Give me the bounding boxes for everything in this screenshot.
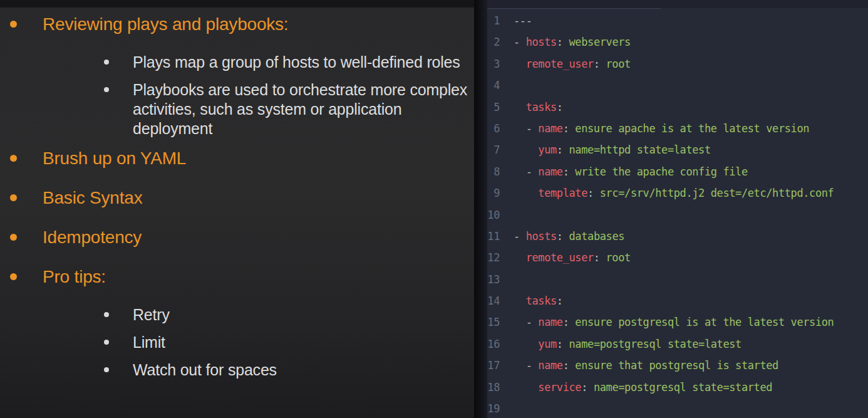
code-line: 10 xyxy=(487,204,868,226)
code-token-value: name=postgresql state=latest xyxy=(563,338,741,350)
code-line: 16 yum: name=postgresql state=latest xyxy=(487,333,868,355)
code-token-value: name=httpd state=latest xyxy=(563,144,711,156)
line-number: 15 xyxy=(487,311,500,333)
code-line: 4 xyxy=(487,75,868,96)
line-number: 4 xyxy=(487,75,500,96)
code-token-value: ensure that postgresql is started xyxy=(569,359,778,372)
code-token-punct: - xyxy=(514,122,538,135)
bullet-text: Limit xyxy=(133,333,471,352)
sub-bullet-item: Playbooks are used to orchestrate more c… xyxy=(0,80,474,138)
bullet-dot xyxy=(10,234,17,241)
code-text: - name: ensure apache is at the latest v… xyxy=(514,122,809,135)
code-line: 19 xyxy=(487,398,868,418)
code-text: tasks: xyxy=(514,101,563,113)
sub-bullet-item: Retry xyxy=(0,305,474,325)
line-number: 19 xyxy=(487,398,500,418)
code-token-punct: : xyxy=(587,187,594,199)
code-text: remote_user: root xyxy=(514,58,631,70)
line-number: 14 xyxy=(487,290,500,311)
code-token-punct: - xyxy=(514,359,538,372)
code-token-punct: : xyxy=(563,316,569,328)
code-token-key: remote_user xyxy=(526,251,594,264)
code-token-punct xyxy=(514,338,538,350)
code-token-punct: - xyxy=(514,36,526,48)
bullet-item: Reviewing plays and playbooks: xyxy=(0,14,474,35)
line-number: 13 xyxy=(487,269,500,290)
code-text: yum: name=postgresql state=latest xyxy=(514,338,741,350)
code-token-value: name=postgresql state=started xyxy=(587,381,772,394)
sub-bullet-item: Limit xyxy=(0,333,474,352)
code-line: 2- hosts: webservers xyxy=(487,31,868,53)
line-number: 10 xyxy=(487,204,500,226)
line-number: 8 xyxy=(487,161,500,182)
code-token-punct: - xyxy=(514,230,526,243)
code-token-value: src=/srv/httpd.j2 dest=/etc/httpd.conf xyxy=(594,187,834,199)
code-text: yum: name=httpd state=latest xyxy=(514,144,711,156)
code-text: - hosts: databases xyxy=(514,230,624,243)
code-token-punct: : xyxy=(563,122,569,135)
code-token-punct xyxy=(514,58,526,70)
sub-bullet-item: Watch out for spaces xyxy=(0,360,474,380)
code-token-punct xyxy=(514,251,526,264)
line-number: 16 xyxy=(487,333,500,355)
bullet-text: Idempotency xyxy=(43,227,142,247)
code-token-value: ensure apache is at the latest version xyxy=(569,122,810,135)
code-token-key: tasks xyxy=(526,101,557,113)
code-text: tasks: xyxy=(514,295,563,307)
code-token-key: name xyxy=(538,359,562,372)
code-token-key: hosts xyxy=(526,230,557,243)
code-token-value: root xyxy=(600,58,631,70)
bullet-dot xyxy=(104,312,109,317)
line-number: 2 xyxy=(487,31,500,53)
code-token-value: write the apache config file xyxy=(569,165,748,178)
code-line: 15 - name: ensure postgresql is at the l… xyxy=(487,311,868,333)
code-text: - name: write the apache config file xyxy=(514,165,748,178)
code-token-key: tasks xyxy=(526,295,557,307)
code-token-punct xyxy=(514,101,526,113)
code-token-punct xyxy=(514,381,538,394)
bullet-text: Watch out for spaces xyxy=(133,360,471,380)
code-text: - name: ensure postgresql is at the late… xyxy=(514,316,834,328)
code-line: 11- hosts: databases xyxy=(487,226,868,247)
code-text: - hosts: webservers xyxy=(514,36,631,48)
code-token-punct: - xyxy=(514,165,538,178)
code-token-punct xyxy=(514,187,538,199)
code-token-key: service xyxy=(538,381,581,394)
code-token-punct: - xyxy=(514,316,538,328)
line-number: 11 xyxy=(487,226,500,247)
line-number: 6 xyxy=(487,118,500,139)
code-token-value: root xyxy=(600,251,631,264)
slide-panel: Reviewing plays and playbooks:Plays map … xyxy=(0,0,474,418)
code-token-key: name xyxy=(538,122,562,135)
line-number: 5 xyxy=(487,97,500,118)
code-text: - name: ensure that postgresql is starte… xyxy=(514,359,778,372)
bullet-dot xyxy=(104,340,109,345)
code-token-punct: : xyxy=(557,338,563,350)
code-line: 3 remote_user: root xyxy=(487,53,868,75)
bullet-text: Retry xyxy=(133,305,471,325)
code-line: 18 service: name=postgresql state=starte… xyxy=(487,377,868,398)
bullet-text: Plays map a group of hosts to well-defin… xyxy=(133,53,471,72)
code-token-punct: : xyxy=(594,58,600,70)
code-line: 14 tasks: xyxy=(487,290,868,311)
code-token-punct xyxy=(514,295,526,307)
code-token-key: name xyxy=(538,316,562,328)
code-text: template: src=/srv/httpd.j2 dest=/etc/ht… xyxy=(514,187,834,199)
code-token-punct: : xyxy=(557,101,563,113)
bullet-text: Brush up on YAML xyxy=(43,149,186,168)
code-panel: 1---2- hosts: webservers3 remote_user: r… xyxy=(487,0,868,418)
code-token-punct: : xyxy=(557,36,563,48)
bullet-dot xyxy=(10,194,17,201)
code-token-key: yum xyxy=(538,338,557,350)
code-line: 7 yum: name=httpd state=latest xyxy=(487,139,868,160)
bullet-item: Basic Syntax xyxy=(0,187,474,209)
code-token-punct: : xyxy=(581,381,587,394)
code-area: 1---2- hosts: webservers3 remote_user: r… xyxy=(487,0,868,418)
code-token-punct: : xyxy=(563,165,569,178)
code-token-value: ensure postgresql is at the latest versi… xyxy=(569,316,834,328)
code-line: 5 tasks: xyxy=(487,97,868,118)
panel-divider xyxy=(474,0,487,418)
code-token-punct: : xyxy=(557,144,563,156)
line-number: 1 xyxy=(487,10,500,31)
code-line: 6 - name: ensure apache is at the latest… xyxy=(487,118,868,139)
